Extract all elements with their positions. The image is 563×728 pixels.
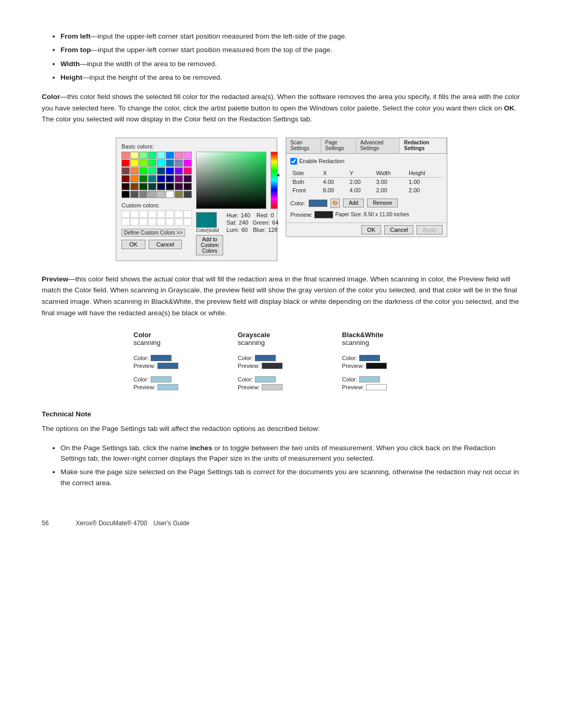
tab-redaction-settings[interactable]: Redaction Settings	[400, 138, 447, 153]
color-label-6: Color:	[342, 376, 357, 382]
basic-color-cell[interactable]	[175, 167, 183, 175]
add-custom-colors-button[interactable]: Add to Custom Colors	[196, 235, 223, 255]
color-dialog-ok-button[interactable]: OK	[121, 240, 145, 249]
tab-page-settings[interactable]: Page Settings	[321, 138, 356, 153]
basic-color-cell[interactable]	[183, 191, 192, 198]
basic-color-cell[interactable]	[175, 183, 183, 190]
technical-note-heading: Technical Note	[42, 410, 521, 418]
tab-advanced-settings[interactable]: Advanced Settings	[356, 138, 400, 153]
scan-row-color2: Color:	[133, 376, 221, 382]
basic-color-cell[interactable]	[139, 191, 148, 198]
scan-group-3: Color: Preview:	[238, 355, 325, 369]
basic-color-cell[interactable]	[148, 191, 156, 198]
basic-color-cell[interactable]	[130, 159, 139, 167]
basic-color-cell[interactable]	[166, 152, 174, 159]
basic-color-cell[interactable]	[139, 183, 148, 190]
basic-color-cell[interactable]	[139, 159, 148, 167]
basic-color-cell[interactable]	[157, 183, 165, 190]
basic-color-cell[interactable]	[183, 152, 192, 159]
redaction-table: Side X Y Width Height Both 4.00 2.00 3.0…	[290, 169, 443, 194]
basic-color-cell[interactable]	[183, 175, 192, 182]
basic-color-cell[interactable]	[121, 167, 130, 175]
red-value: 0	[271, 212, 274, 218]
add-button[interactable]: Add	[343, 199, 364, 207]
palette-icon[interactable]: 🎨	[331, 199, 340, 208]
basic-color-cell[interactable]	[157, 167, 165, 175]
preview-box-light-1	[157, 384, 178, 390]
basic-color-cell[interactable]	[148, 152, 156, 159]
bullet-height: Height—input the height of the area to b…	[60, 72, 521, 83]
basic-color-cell[interactable]	[183, 159, 192, 167]
panel-ok-button[interactable]: OK	[361, 225, 381, 235]
basic-color-cell[interactable]	[175, 152, 183, 159]
basic-color-cell[interactable]	[157, 191, 165, 198]
basic-color-cell[interactable]	[148, 159, 156, 167]
define-custom-colors-button[interactable]: Define Custom Colors >>	[121, 229, 185, 237]
basic-color-cell[interactable]	[183, 183, 192, 190]
basic-color-cell[interactable]	[157, 175, 165, 182]
custom-colors-label: Custom colors:	[121, 202, 192, 208]
color-box-light-2	[255, 376, 276, 382]
basic-color-cell[interactable]	[148, 183, 156, 190]
preview-box-blue-1	[157, 363, 178, 369]
basic-color-cell[interactable]	[139, 175, 148, 182]
intro-bullets: From left—input the upper-left corner st…	[42, 31, 521, 83]
footer-page-number: 56	[42, 520, 48, 527]
scan-row-preview4: Preview:	[238, 384, 325, 390]
scan-row-color5: Color:	[342, 355, 430, 361]
blue-value: 128	[268, 227, 277, 233]
basic-color-cell[interactable]	[175, 191, 183, 198]
basic-color-cell[interactable]	[130, 191, 139, 198]
basic-color-cell[interactable]	[148, 167, 156, 175]
enable-redaction-label: Enable Redaction	[299, 158, 345, 164]
panel-cancel-button[interactable]: Cancel	[384, 225, 413, 235]
color-preview-box	[309, 200, 327, 207]
basic-color-cell[interactable]	[166, 191, 174, 198]
remove-button[interactable]: Remove	[367, 199, 398, 207]
color-field-label: Color:	[290, 200, 305, 206]
basic-color-cell[interactable]	[183, 167, 192, 175]
basic-color-cell[interactable]	[175, 175, 183, 182]
basic-color-cell[interactable]	[121, 159, 130, 167]
basic-color-cell[interactable]	[148, 175, 156, 182]
green-value: 64	[272, 219, 278, 226]
blue-label: Blue:	[253, 227, 266, 233]
scan-group-6: Color: Preview:	[342, 376, 430, 390]
basic-color-cell[interactable]	[121, 175, 130, 182]
scan-group-2: Color: Preview:	[133, 376, 221, 390]
basic-color-cell[interactable]	[121, 183, 130, 190]
color-label-1: Color:	[133, 355, 149, 361]
scan-row-preview6: Preview:	[342, 384, 430, 390]
basic-color-cell[interactable]	[130, 175, 139, 182]
basic-color-cell[interactable]	[166, 159, 174, 167]
color-dialog-cancel-button[interactable]: Cancel	[149, 240, 182, 249]
color-bold: Color	[42, 93, 60, 101]
color-label-3: Color:	[238, 355, 253, 361]
basic-color-cell[interactable]	[157, 159, 165, 167]
basic-color-cell[interactable]	[130, 167, 139, 175]
panel-apply-button[interactable]: Apply	[417, 225, 443, 235]
screenshots-row: Basic colors: Custom colors: Define Cust…	[42, 138, 521, 261]
tab-scan-settings[interactable]: Scan Settings	[286, 138, 321, 153]
hue-strip[interactable]: ◄	[271, 152, 278, 209]
basic-color-cell[interactable]	[166, 175, 174, 182]
color-box-blue-1	[151, 355, 172, 361]
basic-color-cell[interactable]	[157, 152, 165, 159]
basic-color-cell[interactable]	[130, 183, 139, 190]
basic-color-cell[interactable]	[130, 152, 139, 159]
preview-label-3: Preview:	[238, 363, 260, 369]
enable-redaction-checkbox[interactable]	[290, 158, 297, 165]
basic-color-cell[interactable]	[175, 159, 183, 167]
basic-color-cell[interactable]	[166, 167, 174, 175]
basic-color-cell[interactable]	[166, 183, 174, 190]
tech-bullet-2: Make sure the page size selected on the …	[60, 467, 521, 488]
bullet-from-top: From top—input the upper-left corner sta…	[60, 45, 521, 55]
basic-color-cell[interactable]	[121, 191, 130, 198]
basic-color-cell[interactable]	[139, 167, 148, 175]
basic-color-cell[interactable]	[139, 152, 148, 159]
color-spectrum[interactable]	[196, 152, 266, 209]
lum-value: 60	[241, 227, 248, 233]
scan-col-grayscale: Grayscalescanning Color: Preview: Color:…	[229, 331, 334, 398]
color-box-blue-3	[359, 355, 380, 361]
basic-color-cell[interactable]	[121, 152, 130, 159]
